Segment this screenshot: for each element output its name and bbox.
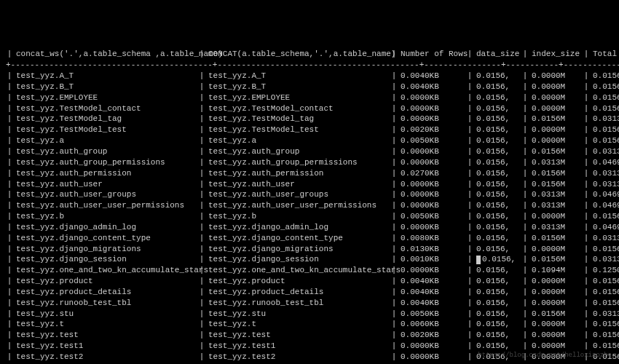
column-separator: |	[521, 309, 529, 320]
column-separator: |	[521, 211, 529, 222]
column-separator: |	[466, 298, 473, 309]
cell-col6: 0.0313M	[590, 309, 619, 320]
cell-col1: test_yyz.auth_user	[13, 179, 198, 190]
column-separator: |	[6, 222, 13, 233]
separator-line: +---------------------------------------…	[6, 60, 613, 71]
column-separator: |	[521, 49, 529, 60]
column-separator: |	[6, 287, 13, 298]
column-separator: |	[198, 103, 205, 114]
column-separator: |	[390, 319, 398, 330]
cell-col2: test_yyz.product	[205, 276, 390, 287]
table-row: |test_yyz.b|test_yyz.b|0.0050KB|0.0156,|…	[6, 211, 613, 222]
cell-col3: 0.0050KB	[398, 211, 466, 222]
cell-col2: test_yyz.test	[205, 330, 390, 341]
cell-col2: test_yyz.a	[205, 135, 390, 146]
column-separator: |	[198, 82, 205, 92]
cell-col1: test_yyz.B_T	[13, 82, 198, 92]
cell-col4: 0.0156,	[473, 341, 521, 352]
column-separator: |	[466, 319, 473, 330]
cell-col1: test_yyz.TestModel_test	[13, 124, 198, 135]
cell-col6: 0.0313M	[590, 179, 619, 190]
cell-col6: 0.0156M	[590, 103, 619, 114]
cell-col5: 0.0000M	[529, 341, 583, 352]
cell-col1: test_yyz.test1	[13, 341, 198, 352]
column-separator: |	[583, 211, 590, 222]
cell-col6: 0.0156M	[590, 298, 619, 309]
cell-col6: 0.0313M	[590, 146, 619, 157]
cell-col2: test_yyz.test1	[205, 341, 390, 352]
header-col5: index_size	[529, 49, 583, 60]
cell-col4: 0.0156,	[473, 189, 521, 200]
column-separator: |	[390, 254, 398, 265]
table-row: |test_yyz.TestModel_tag|test_yyz.TestMod…	[6, 114, 613, 124]
watermark: https://blog.csdn.net/helloxiaozhe	[478, 351, 612, 360]
cell-col2: test_yyz.A_T	[205, 71, 390, 82]
cell-col2: test_yyz.auth_permission	[205, 168, 390, 179]
cell-col3: 0.0270KB	[398, 168, 466, 179]
table-header-row: |concat_ws('.',a.table_schema ,a.table_n…	[6, 49, 613, 60]
column-separator: |	[390, 222, 398, 233]
column-separator: |	[198, 157, 205, 168]
column-separator: |	[198, 341, 205, 352]
cell-col2: test_yyz.auth_group_permissions	[205, 157, 390, 168]
cell-col5: 0.0000M	[529, 71, 583, 82]
cell-col5: 0.0000M	[529, 319, 583, 330]
column-separator: |	[6, 92, 13, 103]
column-separator: |	[6, 352, 13, 363]
column-separator: |	[466, 254, 473, 265]
column-separator: |	[583, 298, 590, 309]
cell-col3: 0.0000KB	[398, 222, 466, 233]
cell-col1: test_yyz.one_and_two_kn_accumulate_stars	[13, 265, 198, 276]
column-separator: |	[521, 124, 529, 135]
column-separator: |	[583, 189, 590, 200]
column-separator: |	[583, 49, 590, 60]
cell-col6: 0.0469M	[590, 200, 619, 211]
column-separator: |	[521, 298, 529, 309]
table-row: |test_yyz.django_admin_log|test_yyz.djan…	[6, 222, 613, 233]
header-col1: concat_ws('.',a.table_schema ,a.table_na…	[13, 49, 198, 60]
column-separator: |	[583, 276, 590, 287]
cell-col5: 0.0313M	[529, 222, 583, 233]
column-separator: |	[6, 233, 13, 244]
column-separator: |	[390, 189, 398, 200]
column-separator: |	[390, 135, 398, 146]
column-separator: |	[198, 92, 205, 103]
table-row: |test_yyz.TestModel_test|test_yyz.TestMo…	[6, 124, 613, 135]
column-separator: |	[466, 276, 473, 287]
cell-col2: test_yyz.django_content_type	[205, 233, 390, 244]
cell-col6: 0.0156M	[590, 124, 619, 135]
column-separator: |	[6, 157, 13, 168]
table-row: |test_yyz.B_T|test_yyz.B_T|0.0040KB|0.01…	[6, 82, 613, 92]
cell-col5: 0.0156M	[529, 179, 583, 190]
column-separator: |	[390, 309, 398, 320]
cell-col5: 0.0000M	[529, 287, 583, 298]
column-separator: |	[583, 233, 590, 244]
column-separator: |	[521, 71, 529, 82]
column-separator: |	[390, 157, 398, 168]
column-separator: |	[521, 135, 529, 146]
column-separator: |	[198, 189, 205, 200]
cell-col1: test_yyz.t	[13, 319, 198, 330]
column-separator: |	[466, 49, 473, 60]
cell-col5: 0.0000M	[529, 330, 583, 341]
cell-col4: 0.0156,	[473, 114, 521, 124]
column-separator: |	[583, 92, 590, 103]
column-separator: |	[466, 309, 473, 320]
column-separator: |	[390, 179, 398, 190]
column-separator: |	[6, 49, 13, 60]
column-separator: |	[390, 92, 398, 103]
table-row: |test_yyz.auth_permission|test_yyz.auth_…	[6, 168, 613, 179]
cell-col2: test_yyz.django_migrations	[205, 244, 390, 255]
table-row: |test_yyz.auth_group_permissions|test_yy…	[6, 157, 613, 168]
column-separator: |	[6, 244, 13, 255]
column-separator: |	[6, 179, 13, 190]
table-row: |test_yyz.auth_user|test_yyz.auth_user|0…	[6, 179, 613, 190]
cell-col2: test_yyz.t	[205, 319, 390, 330]
column-separator: |	[466, 222, 473, 233]
column-separator: |	[390, 244, 398, 255]
column-separator: |	[466, 168, 473, 179]
cell-col2: test_yyz.django_admin_log	[205, 222, 390, 233]
cell-col6: 0.0469M	[590, 189, 619, 200]
header-col2: CONCAT(a.table_schema,'.',a.table_name)	[205, 49, 390, 60]
column-separator: |	[583, 265, 590, 276]
